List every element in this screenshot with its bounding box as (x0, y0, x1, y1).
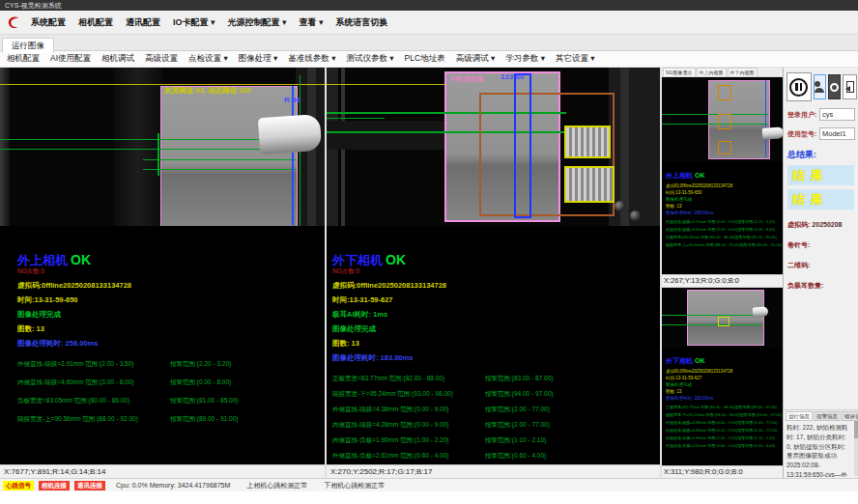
toolbar-item[interactable]: 图像处理 ▾ (239, 53, 278, 65)
frame-line: 图数: 13 (666, 204, 783, 209)
model-label: 使用型号: (787, 129, 819, 139)
measure-line-green (143, 169, 296, 170)
sidebar: 登录用户: cys 使用型号: Model1 总结果: 结果 结果 虚拟码:20… (783, 68, 858, 478)
menu-item[interactable]: 系统语言切换 (336, 16, 388, 29)
bolt-icon (630, 210, 641, 221)
measurement-list: 正极宽度=83.77mm 范围:(82.00 - 88.00)报警范围:(83.… (332, 375, 660, 461)
measurement-row: 内侧直线-隔膜=4.28mm 范围:(0.00 - 9.00)报警范围:(2.0… (332, 421, 660, 430)
tab-highlight-rect (564, 126, 611, 158)
membrane-region (160, 86, 298, 226)
log-scrollbar[interactable] (854, 421, 858, 476)
ai-time-line: 极耳AI耗时: 1ms (332, 310, 660, 320)
small-view-tab[interactable]: 外上内视图 (697, 68, 727, 76)
tab-highlight-rect (564, 166, 615, 203)
result-text-left: 外上相机OK NG次数:0 虚拟码:0ffline202502081331347… (0, 226, 325, 464)
camera-name: 外下相机 (332, 253, 383, 267)
camera-name: 外下相机 (666, 357, 693, 364)
main-content: 灰度阈值:93, 动态阈值:100 R:46 外上相机OK NG次数:0 虚拟码… (0, 68, 858, 478)
width-value-label: 123.80 (500, 72, 524, 81)
small-view-bottom-image (662, 288, 783, 348)
camera-view-mid[interactable]: AI检测图像 123.80 (327, 68, 660, 226)
exit-button[interactable] (843, 74, 857, 99)
model-value[interactable]: Model1 (819, 127, 855, 140)
toolbar-item[interactable]: 点检设置 ▾ (188, 53, 228, 65)
toolbar-item[interactable]: 其它设置 ▾ (556, 53, 595, 65)
camera-panel-mid: AI检测图像 123.80 外下相机OK NG次数:0 虚拟码:0ffline2… (325, 68, 660, 478)
elapsed-line: 图像处理耗时: 183.00ms (666, 396, 783, 401)
footer-filler (0, 491, 858, 504)
total-result-label: 总结果: (787, 149, 858, 161)
toolbar-item[interactable]: 基准线参数 ▾ (288, 53, 335, 65)
small-view-bottom[interactable]: 外下相机OK 虚拟码:0ffline20250208133134728 时间:1… (662, 287, 783, 478)
small-view-tab[interactable]: 外下内视图 (728, 68, 758, 76)
edge-line-blue (765, 80, 766, 157)
toolbar-item[interactable]: 高级调试 ▾ (456, 53, 496, 65)
login-user-value[interactable]: cys (819, 108, 855, 121)
camera-name: 外上相机 (17, 253, 68, 267)
camera-link-badge: 相机连接 (39, 481, 70, 490)
measurement-row: 内侧直线-负极=1.90mm 范围:(1.00 - 2.20)报警范围:(1.1… (332, 436, 660, 445)
cpu-memory-text: Cpu: 0.0% Memory: 3424.41796875M (116, 482, 230, 489)
small-view-top-text: 外上相机OK 虚拟码:0ffline20250208133134728 时间:1… (662, 162, 783, 274)
time-line: 时间:13-31-59-627 (666, 376, 783, 380)
window-titlebar: CYS-视觉检测系统 (0, 0, 858, 11)
measure-line-green (0, 139, 296, 140)
result-ok: OK (71, 252, 91, 267)
measure-line-green (662, 324, 762, 325)
measure-line-green (327, 118, 385, 119)
measure-line-green (662, 315, 762, 316)
measurement-row: 内侧直线-隔膜=4.60mm 范围:(3.00 - 6.00)报警范围:(0.0… (666, 227, 783, 232)
result-box-1: 结果 (787, 165, 854, 185)
camera-view-left[interactable]: 灰度阈值:93, 动态阈值:100 R:46 (0, 68, 325, 226)
measurement-row: 外侧直线-隔膜=2.91mm 范围:(2.00 - 3.50)报警范围:(2.2… (17, 360, 325, 369)
sidebar-buttons (786, 72, 857, 101)
menu-item[interactable]: 通讯配置 (126, 16, 160, 29)
small-views-column: NG图像显示外上内视图外下内视图 外上相机OK 虚拟 (660, 68, 783, 478)
log-tab[interactable]: 报警信息 (814, 411, 841, 421)
toolbar-item[interactable]: PLC地址表 (405, 53, 445, 65)
toolbar-item[interactable]: 高级设置 (145, 53, 178, 65)
frame-line: 图数: 13 (666, 389, 783, 394)
virtual-code-row: 虚拟码:20250208 (787, 220, 855, 230)
menu-item[interactable]: IO卡配置 ▾ (173, 16, 215, 29)
machine-column (114, 68, 162, 226)
toolbar-item[interactable]: AI使用配置 (50, 53, 91, 65)
menu-item[interactable]: 系统配置 (31, 16, 66, 29)
login-user-button[interactable] (814, 74, 826, 99)
measurement-row: 隔膜宽度-上=90.56mm 范围:(88.00 - 92.00)报警范围:(8… (17, 415, 325, 424)
time-line: 时间:13-31-59-650 (17, 295, 325, 305)
measurement-row: 内侧直线-负极=1.90mm 范围:(1.00 - 2.20)报警范围:(1.1… (666, 435, 783, 440)
user-icon (815, 81, 824, 93)
statusbar-left: X:7677;Y:891;R:14;G:14;B:14 (0, 464, 325, 478)
menu-item[interactable]: 相机配置 (78, 16, 113, 29)
small-view-tab[interactable]: NG图像显示 (663, 68, 696, 76)
toolbar-item[interactable]: 相机配置 (7, 53, 40, 65)
menu-item[interactable]: 光源控制配置 ▾ (228, 16, 287, 29)
tab-run-image[interactable]: 运行图像 (2, 38, 54, 53)
tab-row: 运行图像 (0, 35, 858, 51)
app-window: CYS-视觉检测系统 系统配置相机配置通讯配置IO卡配置 ▾光源控制配置 ▾查看… (0, 0, 858, 504)
login-user-label: 登录用户: (787, 110, 819, 120)
elapsed-line: 图像处理耗时: 183.00ms (332, 353, 660, 363)
result-text-mid: 外下相机OK NG次数:0 虚拟码:0ffline202502081331347… (327, 226, 660, 464)
bolt-icon (615, 201, 625, 211)
pause-button[interactable] (786, 72, 812, 101)
measurement-list: 外侧直线-隔膜=2.91mm 范围:(2.00 - 3.50)报警范围:(2.2… (17, 360, 325, 424)
log-tab[interactable]: 错误信息 (842, 411, 858, 421)
electrode-tab (762, 126, 783, 140)
toolbar-item[interactable]: 相机调试 (101, 53, 134, 65)
machine-band (327, 121, 444, 150)
toolbar-item[interactable]: 学习参数 ▾ (505, 53, 545, 65)
measurement-list: 正极宽度=83.77mm 范围:(82.00 - 88.00)报警范围:(83.… (666, 405, 783, 448)
log-tab[interactable]: 运行信息 (786, 411, 813, 421)
menu-item[interactable]: 查看 ▾ (300, 16, 324, 29)
settings-button[interactable] (828, 74, 841, 99)
process-done-line: 图像处理完成 (17, 310, 325, 320)
brand-logo-icon (6, 14, 22, 31)
time-line: 时间:13-31-59-650 (666, 190, 783, 195)
edge-line-blue (292, 86, 294, 225)
needle-row: 卷针号: (787, 240, 855, 250)
result-box-2: 结果 (787, 189, 854, 210)
small-view-top[interactable]: 外上相机OK 虚拟码:0ffline20250208133134728 时间:1… (662, 76, 783, 287)
toolbar-item[interactable]: 测试仪参数 ▾ (346, 53, 393, 65)
